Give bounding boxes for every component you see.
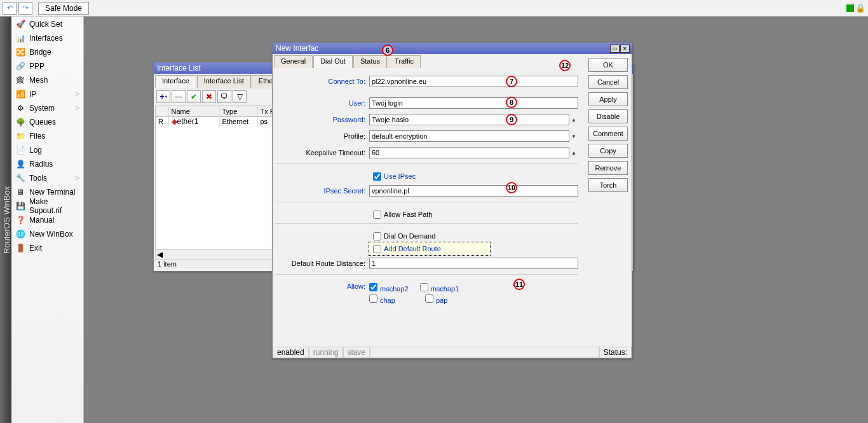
menu-icon: 🚀 (15, 19, 25, 29)
menu-icon: ❓ (15, 215, 25, 225)
cancel-button[interactable]: Cancel (588, 75, 628, 89)
tab-interface-list[interactable]: Interface List (197, 75, 251, 88)
menu-icon: 🕸 (15, 75, 25, 85)
redo-button[interactable]: ↷ (18, 2, 32, 15)
dial-on-demand-checkbox[interactable] (373, 232, 381, 240)
stepper-icon[interactable] (569, 150, 578, 156)
pap-checkbox[interactable] (425, 295, 433, 303)
menu-icon: ⚙ (15, 103, 25, 113)
use-ipsec-checkbox[interactable] (373, 172, 381, 181)
add-default-route-checkbox[interactable] (373, 245, 381, 253)
sidebar-item-log[interactable]: 📄Log (11, 142, 83, 156)
menu-icon: 🖥 (15, 187, 25, 197)
annotation-7: 7 (506, 76, 517, 87)
chevron-right-icon: ▷ (76, 175, 79, 181)
disable-button[interactable]: Disable (588, 109, 628, 123)
sidebar-item-new-winbox[interactable]: 🌐New WinBox (11, 226, 83, 240)
enable-button[interactable]: ✔ (187, 90, 201, 103)
tab-dial-out[interactable]: Dial Out (313, 55, 353, 68)
user-input[interactable] (369, 97, 578, 109)
comment-button[interactable]: Comment (588, 127, 628, 141)
annotation-12: 12 (559, 60, 571, 71)
filter-button[interactable]: ▽ (233, 90, 247, 103)
copy-button[interactable]: Copy (588, 144, 628, 158)
main-area: Interface List ▭ ✕ InterfaceInterface Li… (84, 17, 868, 423)
undo-button[interactable]: ↶ (3, 2, 17, 15)
annotation-6: 6 (382, 45, 393, 56)
tab-status[interactable]: Status (353, 55, 387, 68)
menu-icon: 📄 (15, 145, 25, 155)
safe-mode-button[interactable]: Safe Mode (38, 2, 89, 15)
ok-button[interactable]: OK (588, 58, 628, 72)
remove-button[interactable]: — (172, 90, 186, 103)
annotation-11: 11 (513, 279, 525, 290)
sidebar-item-quick-set[interactable]: 🚀Quick Set (11, 17, 83, 31)
chevron-right-icon: ▷ (76, 91, 79, 97)
menu-icon: 🚪 (15, 243, 25, 253)
comment-button[interactable]: 🗨 (217, 90, 231, 103)
profile-select[interactable] (369, 130, 569, 142)
menu-icon: 📶 (15, 89, 25, 99)
annotation-10: 10 (506, 182, 517, 193)
brand-bar: RouterOS WinBox (0, 17, 11, 423)
menu-icon: 📊 (15, 33, 25, 43)
tab-interface[interactable]: Interface (155, 75, 196, 88)
fast-path-checkbox[interactable] (373, 211, 381, 219)
lock-icon: 🔒 (855, 3, 865, 13)
sidebar-item-ppp[interactable]: 🔗PPP (11, 59, 83, 73)
sidebar-item-radius[interactable]: 👤Radius (11, 156, 83, 170)
window-title: New Interfac (276, 44, 318, 53)
menu-icon: 👤 (15, 159, 25, 169)
disable-button[interactable]: ✖ (202, 90, 216, 103)
menu-icon: 🔧 (15, 173, 25, 183)
default-route-distance-input[interactable] (369, 258, 578, 269)
annotation-9: 9 (506, 114, 517, 125)
sidebar-item-queues[interactable]: 🌳Queues (11, 114, 83, 128)
keepalive-input[interactable] (369, 147, 569, 158)
ipsec-secret-input[interactable] (369, 185, 578, 197)
sidebar-item-make-supout.rif[interactable]: 💾Make Supout.rif (11, 198, 83, 212)
dialog-status-bar: enabled running slave Status: (273, 347, 632, 358)
close-icon[interactable]: ✕ (620, 45, 630, 53)
sidebar-item-tools[interactable]: 🔧Tools▷ (11, 170, 83, 184)
status-indicator-icon (846, 4, 854, 12)
menu-icon: 🔀 (15, 47, 25, 57)
titlebar[interactable]: New Interfac ▭ ✕ (273, 43, 632, 54)
menu-icon: 🔗 (15, 61, 25, 71)
sidebar-item-mesh[interactable]: 🕸Mesh (11, 73, 83, 87)
newif-tabs: GeneralDial OutStatusTraffic (273, 54, 585, 68)
reveal-icon[interactable] (569, 117, 578, 123)
minimize-icon[interactable]: ▭ (610, 45, 620, 53)
dropdown-icon[interactable] (569, 134, 578, 139)
mschap2-checkbox[interactable] (369, 283, 377, 291)
window-new-interface: New Interfac ▭ ✕ GeneralDial OutStatusTr… (272, 42, 632, 359)
sidebar: 🚀Quick Set📊Interfaces🔀Bridge🔗PPP🕸Mesh📶IP… (11, 17, 84, 423)
torch-button[interactable]: Torch (588, 178, 628, 192)
menu-icon: 📁 (15, 131, 25, 141)
remove-button[interactable]: Remove (588, 161, 628, 175)
sidebar-item-ip[interactable]: 📶IP▷ (11, 87, 83, 101)
chap-checkbox[interactable] (369, 295, 377, 303)
column-header[interactable]: Type (219, 106, 257, 116)
menu-icon: 💾 (15, 201, 25, 211)
sidebar-item-exit[interactable]: 🚪Exit (11, 240, 83, 254)
column-header[interactable] (156, 106, 168, 116)
sidebar-item-interfaces[interactable]: 📊Interfaces (11, 31, 83, 45)
add-button[interactable]: + (156, 90, 170, 103)
dialog-buttons: OKCancelApplyDisableCommentCopyRemoveTor… (585, 54, 632, 358)
column-header[interactable]: Name (168, 106, 219, 116)
sidebar-item-system[interactable]: ⚙System▷ (11, 101, 83, 114)
window-title: Interface List (157, 64, 201, 73)
mschap1-checkbox[interactable] (420, 283, 428, 291)
top-toolbar: ↶ ↷ Safe Mode 🔒 (0, 0, 868, 17)
sidebar-item-files[interactable]: 📁Files (11, 128, 83, 142)
connect-to-input[interactable] (369, 76, 578, 87)
password-input[interactable] (369, 114, 569, 125)
apply-button[interactable]: Apply (588, 92, 628, 106)
tab-traffic[interactable]: Traffic (388, 55, 421, 68)
tab-general[interactable]: General (274, 55, 313, 68)
annotation-8: 8 (506, 97, 517, 108)
sidebar-item-bridge[interactable]: 🔀Bridge (11, 45, 83, 59)
chevron-right-icon: ▷ (76, 105, 79, 111)
menu-icon: 🌐 (15, 229, 25, 239)
